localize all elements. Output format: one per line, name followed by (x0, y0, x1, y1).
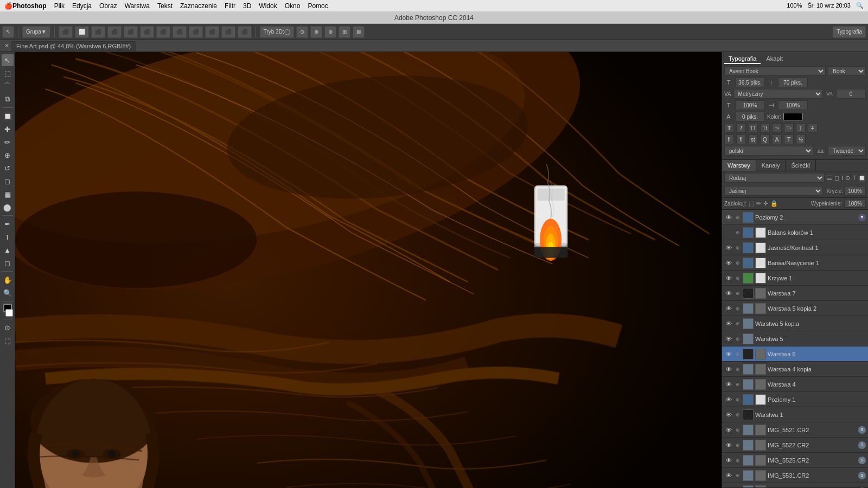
align-left[interactable]: ⬛ (91, 26, 105, 38)
fractions-btn[interactable]: ½ (796, 134, 806, 144)
layer-visibility-eye[interactable]: 👁 (724, 351, 733, 357)
layer-icon-5[interactable]: 🔲 (858, 175, 866, 182)
3d-btn-5[interactable]: ⊠ (353, 26, 365, 38)
layer-link-icon[interactable]: ⊕ (735, 367, 741, 372)
layer-visibility-eye[interactable]: 👁 (724, 305, 733, 312)
layer-icon-3[interactable]: ⊙ (845, 175, 850, 182)
menu-widok[interactable]: Widok (259, 2, 277, 10)
scale-h-input[interactable] (778, 100, 808, 110)
layer-item[interactable]: ⊕ Balans kolorów 1 (722, 225, 868, 240)
tab-akapit[interactable]: Akapit (762, 54, 787, 64)
subscript-btn[interactable]: Ts (784, 123, 794, 133)
filter-icon[interactable]: ☰ (827, 175, 832, 182)
lasso-tool-icon[interactable]: ⌒ (2, 80, 14, 92)
shape-tool-icon[interactable]: ◻ (2, 257, 14, 269)
gradient-tool-icon[interactable]: ▦ (2, 188, 14, 200)
typography-workspace[interactable]: Typografia (833, 26, 866, 38)
layer-visibility-eye[interactable]: 👁 (724, 260, 733, 266)
layer-item[interactable]: 👁 ⊕ Krzywe 1 (722, 271, 868, 286)
layer-link-icon[interactable]: ⊕ (735, 230, 741, 235)
menu-plik[interactable]: Plik (54, 2, 65, 10)
opacity-input[interactable] (844, 186, 866, 196)
layer-link-icon[interactable]: ⊕ (735, 382, 741, 387)
std-ligature-btn[interactable]: fi (736, 134, 746, 144)
distribute-btn-4[interactable]: ⬛ (238, 26, 252, 38)
layer-item[interactable]: 👁 ⊕ IMG_5521.CR2 S (722, 422, 868, 438)
underline-btn[interactable]: T (796, 123, 806, 133)
align-btn-1[interactable]: ⬛ (59, 26, 73, 38)
tracking-input[interactable] (836, 89, 866, 99)
language-select[interactable]: polski (724, 146, 813, 156)
layer-link-icon[interactable]: ⊕ (735, 412, 741, 418)
layer-link-icon[interactable]: ⊕ (735, 275, 741, 281)
path-select-icon[interactable]: ▲ (2, 244, 14, 256)
lock-position-icon[interactable]: ✛ (763, 200, 768, 207)
heal-tool-icon[interactable]: ✚ (2, 123, 14, 135)
layer-item[interactable]: 👁 ⊕ Warstwa 5 (722, 331, 868, 346)
3d-btn-3[interactable]: ⊗ (324, 26, 336, 38)
layer-visibility-eye[interactable]: 👁 (724, 472, 733, 479)
lock-all-icon[interactable]: 🔒 (770, 200, 778, 207)
canvas-area[interactable]: 44,79% | Dok: 114,2 MB/2,19 GB ▶ (15, 52, 722, 488)
menu-photoshop[interactable]: Photoshop (12, 2, 47, 10)
tab-sciezki[interactable]: Ścieżki (786, 160, 816, 171)
align-center-h[interactable]: ⬛ (107, 26, 122, 38)
layer-link-icon[interactable]: ⊕ (735, 215, 741, 220)
distribute-btn-2[interactable]: ⬛ (205, 26, 219, 38)
distribute-btn-3[interactable]: ⬛ (221, 26, 235, 38)
background-color-icon[interactable] (5, 309, 13, 317)
layer-visibility-eye[interactable]: 👁 (724, 214, 733, 221)
fill-input[interactable] (844, 199, 866, 208)
history-brush-icon[interactable]: ↺ (2, 162, 14, 174)
leading-input[interactable] (778, 78, 808, 87)
tab-warstwy[interactable]: Warstwy (722, 160, 756, 171)
baseline-input[interactable] (735, 112, 765, 121)
layer-filter-select[interactable]: Rodzaj (724, 173, 825, 183)
layer-item[interactable]: 👁 ⊕ Warstwa 6 (722, 346, 868, 362)
align-right[interactable]: ⬛ (124, 26, 138, 38)
layer-link-icon[interactable]: ⊕ (735, 321, 741, 326)
layer-link-icon[interactable]: ⊕ (735, 397, 741, 402)
antialiasing-select[interactable]: Twaerde (828, 146, 866, 156)
zoom-tool-icon[interactable]: 🔍 (2, 287, 14, 299)
3d-btn-1[interactable]: ⊙ (296, 26, 308, 38)
stylistic-btn[interactable]: A (772, 134, 782, 144)
layer-item[interactable]: 👁 ⊕ Warstwa 4 kopia (722, 362, 868, 377)
layer-item[interactable]: 👁 ⊕ IMG_5525.CR2 S (722, 453, 868, 468)
layer-visibility-eye[interactable]: 👁 (724, 427, 733, 433)
menu-warstwa[interactable]: Warstwa (125, 2, 150, 10)
align-bottom[interactable]: ⬛ (173, 26, 187, 38)
layer-item[interactable]: 👁 ⊕ Jasność/Kontrast 1 (722, 240, 868, 255)
layer-visibility-eye[interactable]: 👁 (724, 290, 733, 297)
layer-item[interactable]: 👁 ⊕ IMG_5531.CR2 S (722, 468, 868, 483)
hand-tool-icon[interactable]: ✋ (2, 274, 14, 286)
3d-mode-select[interactable]: Tryb 3D: ◯ (260, 26, 294, 38)
superscript-btn[interactable]: Ts (772, 123, 782, 133)
text-tool-icon[interactable]: T (2, 231, 14, 243)
tab-typography[interactable]: Typografia (724, 54, 761, 64)
blend-mode-select[interactable]: Jaśniej (724, 186, 823, 196)
bold-btn[interactable]: T (724, 123, 734, 133)
layer-visibility-eye[interactable]: 👁 (724, 245, 733, 251)
eraser-tool-icon[interactable]: ◻ (2, 175, 14, 187)
menu-edycja[interactable]: Edycja (72, 2, 92, 10)
lock-transparent-icon[interactable]: ⬚ (749, 200, 754, 207)
move-tool-icon[interactable]: ↖ (2, 54, 14, 66)
layer-link-icon[interactable]: ⊕ (735, 442, 741, 448)
layer-link-icon[interactable]: ⊕ (735, 260, 741, 266)
strikethrough-btn[interactable]: T (808, 123, 818, 133)
clone-tool-icon[interactable]: ⊕ (2, 149, 14, 161)
layer-icon-1[interactable]: ◻ (834, 175, 839, 182)
rectangle-select-icon[interactable]: ⬚ (2, 67, 14, 79)
layer-visibility-eye[interactable]: 👁 (724, 442, 733, 448)
layer-link-icon[interactable]: ⊕ (735, 245, 741, 251)
document-tab[interactable]: Fine Art.psd @ 44,8% (Warstwa 6,RGB/8#) (11, 41, 136, 51)
font-style-select[interactable]: Book (828, 66, 866, 76)
layer-item[interactable]: 👁 ⊕ Warstwa 5 kopia 2 (722, 301, 868, 316)
align-center-v[interactable]: ⬛ (156, 26, 170, 38)
color-swatch[interactable] (783, 113, 803, 120)
3d-btn-2[interactable]: ⊕ (310, 26, 322, 38)
layer-item[interactable]: 👁 ⊕ IMG_5522.CR2 S (722, 438, 868, 453)
pen-tool-icon[interactable]: ✒ (2, 218, 14, 230)
layer-link-icon[interactable]: ⊕ (735, 306, 741, 311)
